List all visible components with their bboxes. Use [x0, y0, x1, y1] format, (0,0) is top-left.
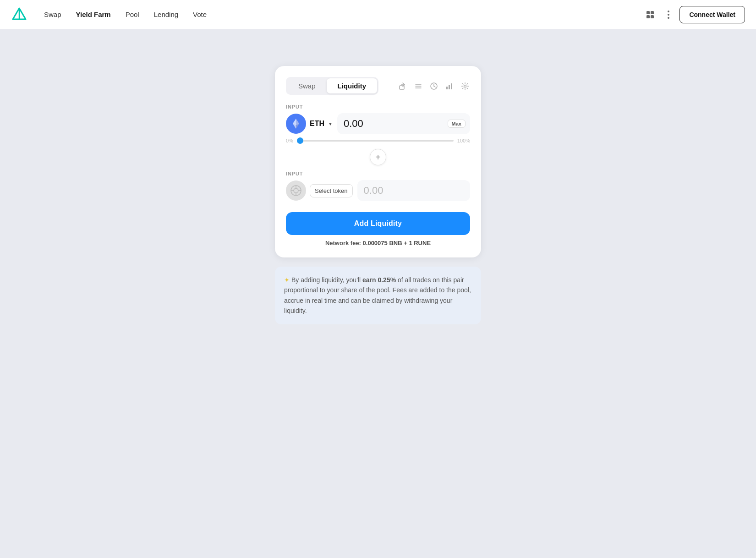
svg-rect-17 [446, 87, 448, 89]
svg-rect-4 [646, 15, 650, 18]
info-card: ✦By adding liquidity, you'll earn 0.25% … [275, 267, 481, 324]
clock-icon [430, 82, 438, 90]
svg-point-7 [668, 14, 669, 16]
svg-point-20 [464, 85, 466, 87]
liquidity-card: Swap Liquidity [275, 66, 481, 257]
amount-input-1[interactable] [344, 118, 464, 130]
tabs-row: Swap Liquidity [286, 77, 470, 95]
list-icon [414, 82, 422, 90]
svg-marker-24 [293, 119, 296, 126]
chart-icon-button[interactable] [444, 81, 455, 91]
svg-rect-2 [646, 11, 650, 14]
network-fee-value: 0.000075 BNB + 1 RUNE [363, 240, 431, 246]
network-fee: Network fee: 0.000075 BNB + 1 RUNE [286, 240, 470, 246]
svg-point-6 [668, 11, 669, 12]
empty-token-svg [290, 185, 302, 197]
svg-rect-5 [651, 15, 654, 18]
token-chevron-icon: ▼ [328, 121, 333, 126]
svg-point-26 [294, 188, 298, 193]
export-icon-button[interactable] [398, 81, 408, 91]
info-bold-text: earn 0.25% [362, 276, 396, 284]
main-nav: Swap Yield Farm Pool Lending Vote [44, 11, 643, 18]
chart-icon [445, 82, 454, 90]
list-icon-button[interactable] [413, 81, 423, 91]
nav-yield-farm[interactable]: Yield Farm [76, 11, 111, 18]
network-fee-prefix: Network fee: [325, 240, 363, 246]
plus-button[interactable]: + [370, 149, 386, 165]
token-input-row-2: Select token [286, 180, 470, 201]
svg-rect-3 [651, 11, 654, 14]
header: Swap Yield Farm Pool Lending Vote Connec… [0, 0, 756, 29]
tab-group: Swap Liquidity [286, 77, 378, 95]
export-icon [399, 82, 407, 90]
eth-token-name: ETH [310, 120, 324, 128]
svg-point-8 [668, 17, 669, 19]
amount-slider[interactable] [297, 140, 454, 142]
token-selector-1[interactable]: ETH ▼ [286, 114, 333, 134]
svg-line-16 [434, 86, 435, 87]
token-selector-2[interactable]: Select token [286, 181, 353, 201]
add-liquidity-button[interactable]: Add Liquidity [286, 212, 470, 235]
tab-liquidity[interactable]: Liquidity [327, 78, 378, 93]
grid-icon [646, 10, 655, 19]
amount-input-wrapper-2 [357, 180, 470, 201]
slider-min-label: 0% [286, 138, 293, 143]
eth-token-icon [286, 114, 306, 134]
max-button[interactable]: Max [448, 120, 466, 128]
nav-lending[interactable]: Lending [154, 11, 178, 18]
nav-swap[interactable]: Swap [44, 11, 61, 18]
main-content: Swap Liquidity [0, 29, 756, 324]
nav-pool[interactable]: Pool [126, 11, 139, 18]
grid-icon-button[interactable] [643, 7, 657, 22]
slider-row: 0% 100% [286, 136, 470, 143]
logo-icon [11, 6, 27, 23]
settings-icon-button[interactable] [460, 81, 470, 91]
more-icon [668, 11, 669, 19]
select-token-button[interactable]: Select token [310, 184, 353, 197]
amount-input-2[interactable] [364, 185, 464, 197]
tab-swap[interactable]: Swap [287, 78, 327, 93]
more-options-button[interactable] [665, 8, 672, 22]
svg-rect-18 [449, 85, 450, 89]
token-input-row-1: ETH ▼ Max [286, 113, 470, 134]
input1-label: INPUT [286, 104, 470, 109]
info-star-icon: ✦ [284, 276, 290, 284]
input2-label: INPUT [286, 171, 470, 176]
empty-token-icon [286, 181, 306, 201]
settings-icon [461, 82, 469, 90]
eth-icon [290, 118, 302, 130]
connect-wallet-button[interactable]: Connect Wallet [679, 6, 745, 23]
plus-divider: + [286, 143, 470, 171]
svg-rect-19 [451, 83, 452, 89]
logo [11, 6, 29, 23]
clock-icon-button[interactable] [429, 81, 439, 91]
header-right: Connect Wallet [643, 6, 745, 23]
tab-icon-group [398, 81, 470, 91]
amount-input-wrapper-1: Max [337, 113, 470, 134]
slider-max-label: 100% [457, 138, 470, 143]
nav-vote[interactable]: Vote [193, 11, 207, 18]
